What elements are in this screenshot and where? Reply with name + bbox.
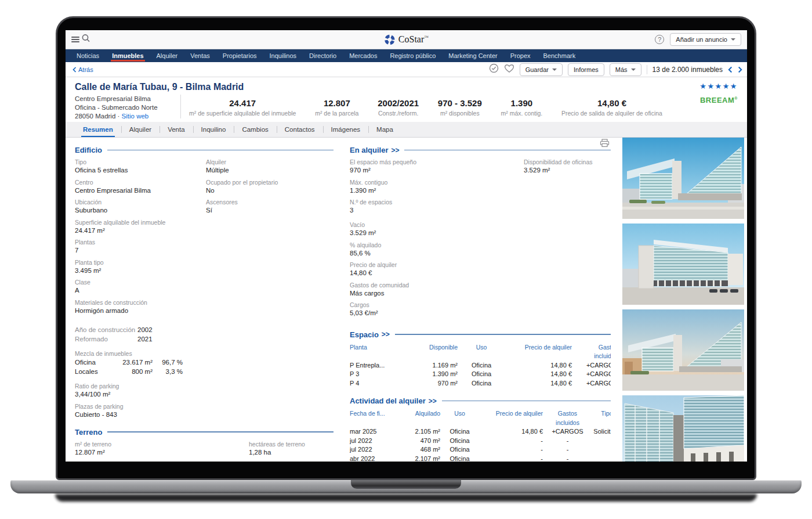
nav-item-propietarios[interactable]: Propietarios [216, 49, 263, 62]
nav-item-noticias[interactable]: Noticias [70, 49, 106, 62]
tab-contactos[interactable]: Contactos [277, 122, 323, 137]
table-row[interactable]: P Entrepla...1.169 m²Oficina14,80 €+CARG… [350, 361, 611, 370]
nav-item-inmuebles[interactable]: Inmuebles [106, 49, 150, 62]
section-actividad: Actividad del alquiler>> Fecha de fi...A… [350, 397, 611, 462]
star-icon: ★ [723, 82, 730, 91]
content: Edificio TipoOficina 5 estrellasCentroCe… [66, 138, 747, 462]
field-label: Disponibilidad de oficinas [524, 158, 611, 166]
section-terreno: Terreno m² de terreno12.807 m² hectáreas… [75, 428, 334, 462]
nav-item-ventas[interactable]: Ventas [184, 49, 216, 62]
nav-item-inquilinos[interactable]: Inquilinos [263, 49, 303, 62]
cell: 2.105 m² [397, 427, 440, 437]
property-header: Calle de María Tubau, 9 - Bilma Madrid C… [66, 77, 747, 122]
table-row[interactable]: abr 20222.107 m²Oficina--- [350, 455, 611, 462]
cell: 14,80 € [505, 361, 572, 370]
field-value: 85,6 % [350, 249, 524, 258]
search-icon[interactable] [81, 33, 91, 46]
print-icon[interactable] [600, 139, 610, 150]
field-label: hectáreas de terreno [249, 441, 334, 448]
field-label: Cargos [350, 301, 524, 309]
tab-venta[interactable]: Venta [160, 122, 193, 137]
section-link-arrow[interactable]: >> [429, 397, 437, 405]
tab-cambios[interactable]: Cambios [234, 122, 276, 137]
field-value: Centro Empresarial Bilma [75, 186, 206, 195]
heart-icon[interactable] [504, 64, 514, 75]
nav-item-alquiler[interactable]: Alquiler [150, 49, 184, 62]
building-photo-1[interactable] [622, 138, 744, 219]
field-label: m² de terreno [75, 441, 249, 448]
field-el-espacio-mas-pequeno: El espacio más pequeño970 m² [350, 158, 524, 175]
more-button[interactable]: Más [610, 63, 641, 76]
section-rule [395, 334, 611, 335]
cell: - [479, 437, 543, 446]
field-value: Sí [206, 206, 334, 215]
stat-constr-reform: 2002/2021Constr./reform. [378, 98, 419, 117]
next-property-button[interactable] [738, 66, 742, 73]
star-icon: ★ [707, 82, 715, 91]
tabs-bar: ResumenAlquilerVentaInquilinoCambiosCont… [66, 122, 747, 138]
tab-mapa[interactable]: Mapa [368, 122, 401, 137]
field-value: 1.390 m² [350, 186, 524, 195]
tab-alquiler[interactable]: Alquiler [121, 122, 160, 137]
field-plantas: Plantas7 [75, 239, 206, 255]
field-label: Plantas [75, 239, 206, 246]
field-label: Ratio de parking [75, 383, 334, 390]
building-photo-2[interactable] [622, 224, 744, 305]
cell: - [479, 445, 543, 455]
tab-imagenes[interactable]: Imágenes [323, 122, 369, 137]
cell: 970 m² [408, 379, 458, 388]
hamburger-menu-icon[interactable] [71, 37, 79, 42]
field-label: N.º de espacios [350, 199, 524, 206]
field-value: A [75, 286, 206, 295]
reports-button[interactable]: Informes [568, 63, 604, 76]
check-circle-icon[interactable] [489, 63, 499, 75]
section-link-arrow[interactable]: >> [391, 146, 399, 154]
nav-item-mercados[interactable]: Mercados [343, 49, 383, 62]
cell: jul 2022 [350, 445, 393, 455]
field-label: Clase [75, 279, 206, 286]
stat-value: 14,80 € [561, 98, 662, 109]
cell: Oficina [444, 427, 476, 437]
tab-inquilino[interactable]: Inquilino [193, 122, 234, 137]
table-row[interactable]: jul 2022468 m²Oficina--- [350, 445, 611, 455]
prev-property-button[interactable] [728, 66, 733, 73]
section-link-arrow[interactable]: >> [382, 330, 390, 338]
building-photo-3[interactable] [622, 309, 744, 391]
nav-item-benchmark[interactable]: Benchmark [537, 49, 582, 62]
nav-item-marketing-center[interactable]: Marketing Center [442, 49, 503, 62]
cell: +CARGOS [575, 379, 611, 388]
tab-resumen[interactable]: Resumen [75, 122, 121, 137]
stat-label: Constr./reform. [378, 110, 419, 117]
field-label: Gastos de comunidad [350, 282, 524, 289]
back-link[interactable]: Atrás [72, 66, 93, 73]
field-vacio: Vacío3.529 m² [350, 221, 524, 237]
caret-down-icon [552, 69, 557, 71]
building-photo-4[interactable] [622, 395, 744, 462]
section-en-alquiler: En alquiler>> El espacio más pequeño970 … [350, 146, 611, 322]
field-value: Más cargos [350, 289, 524, 298]
field-value: Múltiple [206, 166, 334, 175]
stat-value: 1.390 [501, 98, 542, 109]
divider [647, 65, 647, 74]
cell: Oficina [444, 455, 476, 462]
cell: - [546, 437, 589, 446]
add-listing-button[interactable]: Añadir un anuncio [670, 33, 741, 46]
nav-item-registro-publico[interactable]: Registro público [383, 49, 442, 62]
caret-down-icon [631, 69, 636, 71]
nav-item-propex[interactable]: Propex [504, 49, 537, 62]
table-row[interactable]: P 4970 m²Oficina14,80 €+CARGOS [350, 379, 611, 388]
section-rule [107, 150, 334, 151]
field-label: Mezcla de inmuebles [75, 350, 334, 358]
table-row[interactable]: jul 2022470 m²Oficina--- [350, 437, 611, 446]
website-link[interactable]: Sitio web [122, 113, 149, 120]
table-row[interactable]: mar 20252.105 m²Oficina14,80 €+CARGOSSol… [350, 427, 611, 437]
cell: 470 m² [397, 437, 440, 446]
pair-value: 2021 [137, 334, 153, 344]
help-icon[interactable]: ? [655, 35, 664, 44]
top-bar: CoStar™ ? Añadir un anuncio [66, 30, 747, 49]
field-precio-de-alquiler: Precio de alquiler14,80 € [350, 261, 524, 277]
table-row[interactable]: P 31.390 m²Oficina14,80 €+CARGOS [350, 370, 611, 379]
save-button[interactable]: Guardar [520, 63, 563, 76]
nav-item-directorio[interactable]: Directorio [303, 49, 343, 62]
star-rating: ★★★★★ [673, 82, 738, 91]
